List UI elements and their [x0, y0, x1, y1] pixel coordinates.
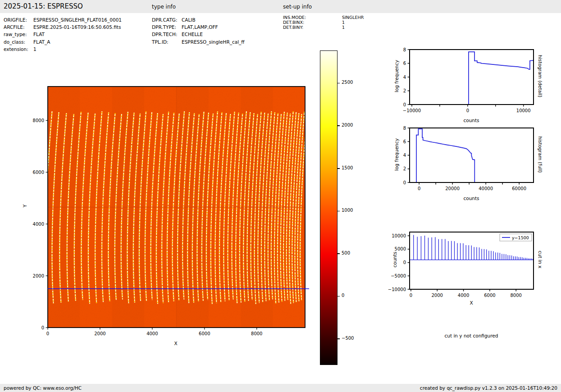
svg-text:0: 0 — [466, 108, 469, 113]
svg-text:20000: 20000 — [445, 186, 460, 191]
svg-text:6000: 6000 — [484, 293, 495, 298]
svg-text:0: 0 — [418, 186, 420, 191]
info-row: DPR.TYPE:FLAT,LAMP,OFF — [152, 23, 245, 31]
svg-text:0: 0 — [41, 325, 44, 330]
svg-text:0: 0 — [403, 180, 406, 185]
svg-text:−10000: −10000 — [388, 287, 406, 292]
cut-side-label: cut in x — [538, 232, 543, 287]
main-yaxis-label: Y — [22, 179, 27, 233]
svg-text:60000: 60000 — [512, 186, 526, 191]
info-value: 1 — [342, 20, 345, 25]
svg-text:8000: 8000 — [251, 331, 262, 336]
svg-text:2: 2 — [403, 88, 406, 93]
colorbar-tick-label: 1000 — [342, 208, 353, 213]
colorbar-tick — [337, 296, 340, 297]
info-label: ORIGFILE: — [4, 16, 33, 23]
file-info-list: ORIGFILE:ESPRESSO_SINGLEHR_FLAT016_0001A… — [4, 16, 122, 53]
page-title: 2025-01-15: ESPRESSO — [4, 0, 83, 13]
info-value: FLAT,LAMP,OFF — [182, 24, 218, 30]
info-row: raw_type:FLAT — [4, 31, 122, 38]
info-value: 1 — [342, 25, 345, 30]
cut-xlabel: X — [449, 300, 494, 305]
info-label: INS.MODE: — [283, 15, 342, 20]
svg-text:0: 0 — [403, 102, 406, 107]
main-xaxis-label: X — [153, 341, 198, 346]
histB-side-label: histogram (full) — [538, 128, 543, 182]
info-row: TPL.ID:ESPRESSO_singleHR_cal_ff — [152, 38, 245, 46]
info-row: DPR.TECH:ECHELLE — [152, 31, 245, 38]
colorbar-tick — [337, 253, 340, 254]
svg-text:8000: 8000 — [510, 293, 521, 298]
colorbar-tick-label: 1500 — [342, 165, 353, 170]
svg-text:−10000: −10000 — [403, 108, 421, 113]
svg-text:0: 0 — [46, 331, 49, 336]
info-value: ESPRESSO_singleHR_cal_ff — [182, 39, 245, 45]
histA-side-label: histogram (detail) — [538, 49, 543, 103]
colorbar-tick — [337, 83, 340, 84]
setup-info-heading: set-up info — [283, 0, 312, 13]
colorbar-tick-label: 2500 — [342, 80, 353, 85]
info-row: ORIGFILE:ESPRESSO_SINGLEHR_FLAT016_0001 — [4, 16, 122, 23]
info-row: DET.BINY:1 — [283, 25, 364, 30]
svg-text:y=1500: y=1500 — [512, 235, 529, 240]
histogram-full-plot: 020000400006000002468 — [392, 121, 561, 207]
info-label: DPR.TECH: — [152, 31, 182, 38]
svg-text:6: 6 — [403, 61, 406, 66]
type-info-list: DPR.CATG:CALIBDPR.TYPE:FLAT,LAMP,OFFDPR.… — [152, 16, 245, 46]
svg-text:8: 8 — [403, 126, 406, 131]
info-row: extension:1 — [4, 46, 122, 53]
info-label: DPR.CATG: — [152, 16, 182, 23]
footer-left-text: powered by QC: www.eso.org/HC — [4, 384, 82, 392]
svg-text:2000: 2000 — [94, 331, 105, 336]
svg-text:2000: 2000 — [33, 273, 44, 278]
svg-text:0: 0 — [410, 293, 412, 298]
histogram-detail-plot: −1000001000002468 — [392, 43, 561, 128]
svg-text:8: 8 — [403, 47, 406, 52]
svg-text:10000: 10000 — [516, 108, 531, 113]
histA-ylabel: log frequency — [394, 49, 399, 103]
colorbar: 25002000150010005000−500 — [320, 50, 374, 366]
histB-ylabel: log frequency — [394, 128, 399, 182]
svg-text:4000: 4000 — [458, 293, 469, 298]
info-label: extension: — [4, 46, 33, 53]
colorbar-tick — [337, 125, 340, 126]
info-value: ESPRESSO_SINGLEHR_FLAT016_0001 — [33, 17, 122, 23]
info-row: INS.MODE:SINGLEHR — [283, 15, 364, 20]
svg-text:2000: 2000 — [432, 293, 443, 298]
svg-text:6000: 6000 — [33, 170, 44, 175]
info-label: DPR.TYPE: — [152, 23, 182, 31]
info-value: FLAT_A — [33, 39, 50, 45]
raw-image-plot: 0200040006000800002000400060008000 — [18, 82, 314, 352]
info-value: ESPRE.2025-01-16T09:16:50.605.fits — [33, 24, 121, 30]
svg-text:4000: 4000 — [146, 331, 158, 336]
svg-text:40000: 40000 — [479, 186, 493, 191]
colorbar-tick — [337, 211, 340, 212]
colorbar-gradient — [320, 50, 338, 365]
type-info-heading: type info — [152, 0, 176, 13]
qc-report-page: 2025-01-15: ESPRESSO type info set-up in… — [0, 0, 561, 392]
info-value: CALIB — [182, 17, 196, 23]
histB-xlabel: counts — [449, 196, 494, 201]
footer-right-text: created by qc_rawdisp.py v1.2.3 on 2025-… — [420, 384, 557, 392]
info-value: ECHELLE — [182, 32, 203, 37]
svg-text:6: 6 — [403, 139, 406, 144]
svg-text:4: 4 — [403, 75, 406, 80]
colorbar-tick-label: −500 — [342, 336, 354, 341]
info-label: do_class: — [4, 38, 33, 46]
svg-text:2: 2 — [403, 166, 406, 171]
svg-text:0: 0 — [403, 260, 406, 265]
info-row: do_class:FLAT_A — [4, 38, 122, 46]
svg-text:4: 4 — [403, 153, 406, 158]
colorbar-tick-label: 500 — [342, 251, 350, 255]
colorbar-tick-label: 2000 — [342, 123, 353, 128]
info-row: DET.BINX:1 — [283, 20, 364, 25]
info-label: raw_type: — [4, 31, 33, 38]
colorbar-tick — [337, 168, 340, 169]
info-value: SINGLEHR — [342, 15, 364, 20]
cut-in-y-note: cut in y not configured — [404, 333, 539, 338]
colorbar-tick-label: 0 — [342, 293, 344, 298]
info-value: 1 — [33, 46, 36, 52]
info-label: DET.BINX: — [283, 20, 342, 25]
svg-text:4000: 4000 — [33, 222, 44, 227]
info-label: TPL.ID: — [152, 38, 182, 46]
